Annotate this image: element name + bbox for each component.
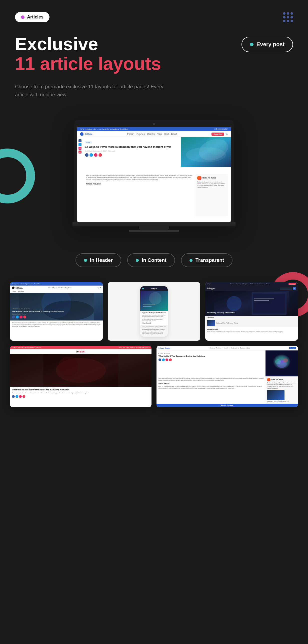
in-header-button[interactable]: In Header	[76, 253, 121, 267]
hero-section: Exclusive 11 article layouts Every post …	[0, 22, 308, 98]
card4-title: What fashion can learn from 2019's top m…	[12, 389, 149, 391]
card5-subscribe-btn[interactable]: Contact	[289, 347, 296, 349]
card5-hero-image	[265, 350, 298, 376]
facebook-icon: f	[78, 139, 81, 142]
laptop-mockup: NEW Incredible offer for our exclusive s…	[74, 120, 234, 232]
svg-rect-10	[143, 306, 151, 307]
card1-title: The End of the Bonus Culture Is Coming t…	[12, 310, 101, 313]
trending-item: Stationery Office Pot Envelope Mockup	[205, 319, 298, 327]
card-holidays: inhype theme. Demos ∨Features ∨Lifestyle…	[157, 346, 298, 407]
svg-rect-16	[254, 302, 272, 302]
hero-title-line1: Exclusive	[15, 34, 161, 54]
card5-content: ▶ music▶ markets What to Do if You Overs…	[157, 350, 298, 376]
in-content-button[interactable]: In Content	[127, 253, 175, 267]
svg-rect-9	[143, 304, 155, 305]
layout-buttons: In Header In Content Transparent	[0, 238, 308, 272]
preview-grid-top: Get top class exclusive digital courses …	[10, 282, 298, 341]
mockup-section: NEW Incredible offer for our exclusive s…	[0, 114, 308, 238]
articles-badge[interactable]: Articles	[15, 12, 50, 22]
preview-grid-bottom: DEMOS | FEATURES | WORLD NEWS | CONTACT …	[10, 346, 298, 407]
mobile-article-title: Supporting the Story Behind the Product	[142, 312, 166, 314]
card5-future-focused: Future-focused	[159, 383, 263, 385]
card1-nav: inHype. News & Popular WordPress Blog Th…	[10, 286, 103, 290]
mobile-topbar: InHype	[140, 286, 168, 291]
card4-nav: inhype.	[10, 349, 151, 354]
teal-circle-decoration	[0, 148, 35, 204]
card4-logo: inhype.	[76, 350, 85, 353]
in-header-label: In Header	[90, 257, 113, 263]
mobile-future-focused: Future-focused	[142, 322, 166, 324]
card3-body: Future-focused Even so, many believe the…	[205, 327, 298, 334]
card5-left: ▶ music▶ markets What to Do if You Overs…	[157, 350, 265, 376]
article-meta: By InHype • December 22, 2022 • 5 Min re…	[85, 150, 179, 152]
author-name: Hello, I'm James	[203, 177, 216, 180]
svg-rect-14	[254, 298, 274, 299]
preview-section: Get top class exclusive digital courses …	[0, 272, 308, 422]
mobile-logo: InHype	[151, 288, 157, 289]
laptop-stand	[139, 226, 169, 230]
card4-hero-image	[10, 354, 151, 387]
pinterest-icon: p	[78, 150, 81, 154]
card1-meta: Business | USA | Finance	[12, 313, 101, 315]
transparent-dot-icon	[190, 259, 193, 262]
mobile-body-text: Julia believes that the individual contr…	[142, 314, 166, 322]
card-fashion: DEMOS | FEATURES | WORLD NEWS | CONTACT …	[10, 346, 151, 407]
site-logo: InHype	[85, 133, 92, 135]
future-focused-label: Future-focused	[86, 182, 194, 186]
card3-hero-image: Branding Mockup Essentials	[205, 291, 298, 316]
every-post-button[interactable]: Every post	[241, 37, 293, 52]
svg-point-25	[283, 358, 288, 362]
card4-body: What fashion can learn from 2019's top m…	[10, 387, 151, 400]
top-bar: Articles	[0, 0, 308, 22]
trending-label: Trending	[205, 316, 298, 319]
hero-description: Choose from premade exclusive 11 layouts…	[15, 82, 165, 98]
in-content-label: In Content	[142, 257, 167, 263]
badge-label: Articles	[27, 14, 44, 20]
card-bonus-culture: Get top class exclusive digital courses …	[10, 282, 103, 341]
card3-logo: inhype.	[207, 287, 215, 290]
in-content-dot-icon	[136, 259, 139, 262]
card3-title: Branding Mockup Essentials	[207, 312, 296, 314]
site-nav-links: Demos ∨ Features ∨ Lifestyle ∨ Travel Ab…	[127, 133, 177, 135]
transparent-label: Transparent	[196, 257, 224, 263]
in-header-dot-icon	[84, 259, 87, 262]
instagram-icon: in	[78, 147, 81, 150]
hero-text: Exclusive 11 article layouts	[15, 34, 161, 74]
laptop-base	[73, 222, 235, 226]
svg-point-17	[227, 296, 242, 311]
hero-title-line2: 11 article layouts	[15, 54, 161, 74]
card1-social	[12, 316, 101, 318]
card1-hero-image: ▶ Business | ▶ USA | ▶ Finance The End o…	[10, 293, 103, 320]
every-post-label: Every post	[256, 41, 285, 48]
card5-topbar: inhype theme. Demos ∨Features ∨Lifestyle…	[157, 346, 298, 350]
laptop-screen: NEW Incredible offer for our exclusive s…	[77, 127, 231, 222]
badge-dot-icon	[21, 16, 25, 19]
article-hero-image	[181, 137, 231, 167]
card1-topbar: Get top class exclusive digital courses …	[10, 282, 103, 286]
mobile-hero-image	[140, 291, 168, 311]
mobile-additional-text: Even so, many believe there are less pro…	[140, 325, 168, 337]
mobile-device: InHype	[140, 286, 168, 337]
svg-point-20	[58, 357, 78, 377]
svg-rect-15	[254, 300, 269, 301]
green-dot-icon	[250, 43, 253, 46]
svg-point-24	[275, 359, 281, 364]
twitter-icon: t	[78, 143, 81, 146]
transparent-button[interactable]: Transparent	[181, 253, 232, 267]
laptop-foot	[129, 230, 179, 232]
author-avatar	[197, 176, 202, 180]
dots-grid-icon	[283, 12, 293, 22]
card-branding-mockup: inhype. DemosFeaturesLifestyle ▼World ne…	[205, 282, 298, 341]
card3-topbar: inhype. DemosFeaturesLifestyle ▼World ne…	[205, 282, 298, 286]
card5-body-section: From there, we generally start working o…	[157, 376, 298, 404]
card4-topbar: DEMOS | FEATURES | WORLD NEWS | CONTACT …	[10, 346, 151, 349]
travel-tag: travel	[85, 141, 92, 144]
svg-point-8	[149, 292, 162, 304]
laptop-camera	[153, 123, 155, 125]
card1-body: The most important skill for a product l…	[10, 320, 103, 329]
card5-title: What to Do if You Overspent During the H…	[159, 355, 263, 358]
article-title: 12 ways to travel more sustainably that …	[85, 145, 179, 148]
card-mobile-mockup: InHype	[108, 282, 201, 341]
card5-footer-btn[interactable]: Continue Reading →	[157, 404, 298, 407]
site-subscribe-btn[interactable]: Subscribe	[212, 132, 224, 136]
